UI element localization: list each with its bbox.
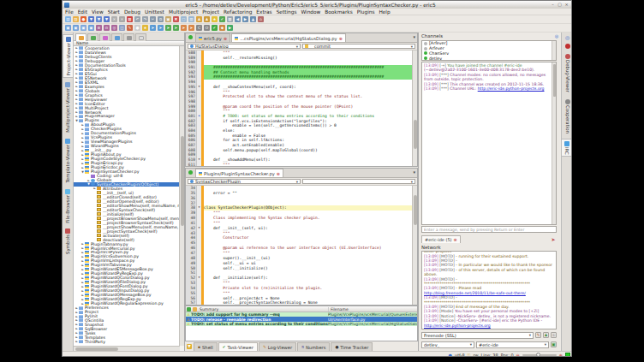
bottom-tab[interactable]: ▪ Shell bbox=[194, 342, 218, 351]
people-icon[interactable]: ♟ bbox=[196, 16, 202, 22]
menu-item[interactable]: Settings bbox=[277, 9, 297, 15]
menu-item[interactable]: Start bbox=[108, 9, 120, 15]
top-editor-code[interactable]: 588 """ 589 self.__restoreMissing() 590 bbox=[186, 50, 412, 166]
bottom-tab[interactable]: ● Time Tracker bbox=[331, 342, 373, 351]
class-selector[interactable]: SyntaxCheckerPlugin▾ bbox=[188, 179, 301, 184]
bookmark-star-icon[interactable]: ★ bbox=[212, 16, 218, 22]
summary-column-header[interactable]: Summary bbox=[198, 307, 328, 312]
forms-tab[interactable] bbox=[87, 33, 98, 41]
tab-close-icon[interactable]: ⊗ bbox=[339, 36, 343, 41]
left-strip-tab[interactable]: Multiproject-Viewer bbox=[63, 80, 73, 134]
zoom-out-icon[interactable]: ⊖ bbox=[104, 25, 110, 31]
method-selector[interactable]: __commit▾ bbox=[302, 44, 415, 49]
recent-icon[interactable]: ● bbox=[80, 16, 86, 22]
bottom-tab[interactable]: ✔ Task-Viewer bbox=[218, 342, 258, 351]
profiles-icon[interactable]: ▥ bbox=[188, 16, 194, 22]
channel-name-selector[interactable]: #eric-ide▾ bbox=[476, 341, 549, 348]
home-icon[interactable]: ⌂ bbox=[258, 16, 264, 22]
menu-item[interactable]: Refactoring bbox=[224, 9, 252, 15]
menu-item[interactable]: Unittest bbox=[145, 9, 164, 15]
filename-column-header[interactable]: Filename bbox=[328, 307, 417, 312]
save-icon[interactable]: ▼ bbox=[88, 16, 94, 22]
task-row[interactable]: ⚠ TODO: add support for hg summary --mq … bbox=[186, 312, 417, 317]
zoom-reset-icon[interactable]: ◎ bbox=[111, 25, 117, 31]
editor-tab[interactable]: Plugins/PluginSyntaxChecker.py ⊗ bbox=[195, 169, 283, 177]
paste-icon[interactable]: ▣ bbox=[165, 16, 171, 22]
chat-scrollbar[interactable] bbox=[552, 62, 556, 224]
sources-browser-icon[interactable]: ▣ bbox=[65, 25, 71, 31]
left-strip-tab[interactable]: Template-Viewer bbox=[63, 137, 73, 185]
pin-icon[interactable]: ◎ bbox=[565, 34, 569, 40]
join-channel-icon[interactable]: ▣ bbox=[551, 341, 557, 347]
menu-item[interactable]: Multiproject bbox=[169, 9, 198, 15]
delete-icon[interactable]: ✖ bbox=[173, 16, 179, 22]
new-icon[interactable]: ▤ bbox=[65, 16, 71, 22]
add-task-icon[interactable] bbox=[193, 307, 197, 312]
task-row[interactable]: ⚠ TODO: set status of menu entries accor… bbox=[186, 322, 417, 326]
close-panel-icon[interactable] bbox=[565, 44, 570, 49]
menu-item[interactable]: Plugins bbox=[357, 9, 375, 15]
open-icon[interactable]: ▨ bbox=[73, 16, 79, 22]
top-editor-scrollbar[interactable] bbox=[412, 50, 417, 166]
connect-icon[interactable]: ♟ bbox=[543, 332, 549, 338]
tab-list-dropdown-icon[interactable]: ▾ bbox=[413, 169, 415, 175]
right-strip-tab[interactable]: Debug-Viewer bbox=[562, 52, 572, 94]
right-strip-tab[interactable]: Cooperation bbox=[562, 98, 572, 135]
tab-close-icon[interactable]: ⊗ bbox=[277, 171, 280, 176]
user-list-item[interactable]: detlev bbox=[422, 56, 556, 61]
filter-icon[interactable]: ▼ bbox=[187, 344, 192, 349]
bottom-tab[interactable]: π Numbers bbox=[297, 342, 330, 351]
back-icon[interactable]: ◀ bbox=[235, 16, 241, 22]
left-strip-tab[interactable]: Project-Viewer bbox=[63, 34, 73, 78]
tree-vertical-scrollbar[interactable] bbox=[179, 46, 184, 346]
translations-tab[interactable] bbox=[111, 33, 122, 41]
left-strip-tab[interactable]: File-Browser bbox=[63, 187, 73, 225]
menu-item[interactable]: Edit bbox=[78, 9, 87, 15]
menu-item[interactable]: Debug bbox=[124, 9, 140, 15]
tree-item[interactable]: ThirdParty bbox=[74, 340, 180, 344]
regenerate-tasks-icon[interactable] bbox=[187, 307, 191, 312]
translations-browser-icon[interactable]: ▣ bbox=[88, 25, 94, 31]
save-as-icon[interactable]: ▼ bbox=[96, 16, 102, 22]
editor-tab[interactable]: eric5.py ⊗ bbox=[195, 33, 230, 42]
task-prev-icon[interactable]: ➤ bbox=[173, 25, 179, 31]
method-selector[interactable]: ▾ bbox=[302, 179, 415, 184]
network-link[interactable]: http://eric-ide.python-projects.org bbox=[424, 323, 491, 328]
syntax-check-icon[interactable]: ✔ bbox=[212, 25, 218, 31]
zoom-out-icon[interactable]: ⊖ bbox=[516, 353, 520, 358]
left-strip-tab[interactable]: Symbols bbox=[63, 227, 73, 256]
bookmark-toggle-icon[interactable]: ★ bbox=[142, 25, 148, 31]
sources-tab[interactable] bbox=[75, 33, 86, 41]
class-selector[interactable]: HgStatusDialog▾ bbox=[188, 44, 301, 49]
edit-network-icon[interactable]: ✎ bbox=[535, 332, 541, 338]
close-button[interactable]: × bbox=[564, 2, 569, 8]
pencil-icon[interactable]: ✎ bbox=[127, 25, 133, 31]
menu-item[interactable]: Bookmarks bbox=[325, 9, 352, 15]
close-all-icon[interactable]: × bbox=[119, 16, 125, 22]
away-icon[interactable]: ⚿ bbox=[551, 332, 557, 338]
forward-icon[interactable]: ▶ bbox=[242, 16, 248, 22]
maximize-button[interactable]: ▢ bbox=[557, 2, 563, 8]
redo-icon[interactable]: ↷ bbox=[142, 16, 148, 22]
message-input[interactable] bbox=[421, 226, 557, 233]
menu-item[interactable]: Project bbox=[202, 9, 219, 15]
nickname-selector[interactable]: detlev_▾ bbox=[421, 341, 474, 348]
others-tab[interactable] bbox=[135, 33, 146, 41]
new-window-icon[interactable]: ▢ bbox=[181, 16, 187, 22]
bookmark-next-icon[interactable]: ➤ bbox=[150, 25, 156, 31]
save-all-icon[interactable]: ▼ bbox=[104, 16, 110, 22]
profile-icon[interactable]: ◆ bbox=[219, 25, 225, 31]
change-prev-icon[interactable]: ➤ bbox=[188, 25, 194, 31]
encoding-indicator[interactable]: utf-8 bbox=[455, 353, 465, 358]
channel-chat-log[interactable]: [13:09] [→] You have joined the channel … bbox=[421, 62, 557, 225]
tab-list-dropdown-icon[interactable]: ▾ bbox=[413, 34, 415, 39]
menu-item[interactable]: Window bbox=[301, 9, 320, 15]
check-icon[interactable]: ✔ bbox=[219, 16, 225, 22]
zoom-slider[interactable] bbox=[522, 354, 557, 356]
channel-tab[interactable]: #eric-ide (5) ⊗ bbox=[421, 235, 461, 243]
send-message-icon[interactable]: ➤ bbox=[550, 236, 557, 243]
bookmark-prev-icon[interactable]: ➤ bbox=[158, 25, 164, 31]
chat-link[interactable]: http://eric-ide.python-projects.org bbox=[478, 86, 545, 91]
menu-item[interactable]: File bbox=[65, 9, 74, 15]
resources-browser-icon[interactable]: ▣ bbox=[80, 25, 86, 31]
